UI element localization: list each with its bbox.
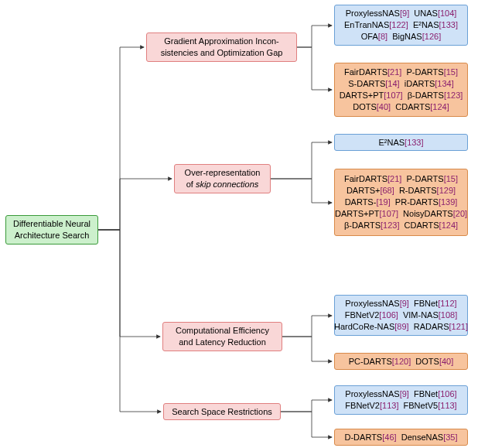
citation-ref: [9] [400,299,409,308]
citation-ref: [106] [438,389,456,398]
citation-ref: [124] [430,102,449,111]
leaf-row: D-DARTS[46] DenseNAS[35] [345,432,458,443]
leaf-row: EnTranNAS[122] E²NAS[133] [344,19,458,31]
leaf-gradient-blue: ProxylessNAS[9] UNAS[104]EnTranNAS[122] … [334,5,468,46]
citation-ref: [122] [389,20,408,29]
cat-grad-l2: sistencies and Optimization Gap [161,47,283,59]
citation-ref: [8] [378,32,387,41]
citation-ref: [9] [400,389,409,398]
citation-ref: [15] [444,174,458,183]
citation-ref: [104] [438,9,456,18]
leaf-row: ProxylessNAS[9] FBNet[106] [345,388,456,400]
citation-ref: [113] [380,401,398,410]
cat-skip-l2b: skip connections [196,180,258,189]
cat-comp-l1: Computational Efficiency [176,325,269,337]
leaf-row: ProxylessNAS[9] FBNet[112] [345,298,456,309]
category-gradient: Gradient Approximation Incon- sistencies… [146,32,297,62]
leaf-comp-orange: PC-DARTS[120] DOTS[40] [334,353,468,370]
citation-ref: [21] [387,174,401,183]
leaf-row: E²NAS[133] [378,137,423,149]
leaf-row: FBNetV2[113] FBNetV5[113] [345,400,456,412]
leaf-row: β-DARTS[123] CDARTS[124] [344,220,458,231]
citation-ref: [129] [437,186,456,195]
leaf-row: FBNetV2[106] VIM-NAS[108] [345,309,458,321]
leaf-row: DARTS-[19] PR-DARTS[139] [345,197,458,208]
citation-ref: [15] [444,67,458,77]
leaf-row: OFA[8] BigNAS[126] [361,31,441,43]
leaf-row: ProxylessNAS[9] UNAS[104] [346,8,457,19]
citation-ref: [123] [444,91,463,100]
citation-ref: [40] [377,102,391,111]
leaf-gradient-orange: FairDARTS[21] P-DARTS[15]S-DARTS[14] iDA… [334,63,468,117]
leaf-comp-blue: ProxylessNAS[9] FBNet[112]FBNetV2[106] V… [334,295,468,336]
category-skip: Over-representation of skip connections [174,164,271,193]
leaf-row: S-DARTS[14] iDARTS[134] [348,78,454,90]
leaf-row: DARTS+PT[107] β-DARTS[123] [340,90,463,101]
cat-skip-l2: of skip connections [186,179,259,190]
citation-ref: [107] [384,91,402,100]
citation-ref: [19] [376,197,390,207]
category-space: Search Space Restrictions [163,403,281,420]
citation-ref: [120] [392,357,411,366]
citation-ref: [106] [379,310,398,320]
citation-ref: [68] [380,186,394,195]
leaf-row: HardCoRe-NAS[89] RADARS[121] [334,321,468,333]
citation-ref: [46] [382,433,396,442]
citation-ref: [89] [394,322,408,331]
root-line2: Architecture Search [15,230,90,241]
cat-skip-l2a: of [186,180,196,189]
citation-ref: [35] [443,433,457,442]
leaf-skip-orange: FairDARTS[21] P-DARTS[15]DARTS+[68] R-DA… [334,169,468,236]
citation-ref: [133] [439,20,458,29]
citation-ref: [20] [453,209,467,218]
citation-ref: [108] [439,310,457,320]
cat-grad-l1: Gradient Approximation Incon- [164,36,279,47]
leaf-row: FairDARTS[21] P-DARTS[15] [344,67,458,78]
cat-comp-l2: and Latency Reduction [179,337,266,348]
category-comp: Computational Efficiency and Latency Red… [162,322,282,351]
citation-ref: [133] [405,138,423,147]
root-line1: Differentiable Neural [13,218,90,230]
citation-ref: [40] [439,357,453,366]
root-node: Differentiable Neural Architecture Searc… [5,215,98,245]
citation-ref: [121] [449,322,468,331]
citation-ref: [126] [422,32,441,41]
citation-ref: [124] [439,221,458,230]
leaf-skip-blue: E²NAS[133] [334,134,468,151]
citation-ref: [107] [380,209,398,218]
cat-space-l1: Search Space Restrictions [172,406,272,418]
citation-ref: [112] [438,299,456,308]
citation-ref: [9] [400,9,409,18]
citation-ref: [14] [385,79,399,88]
leaf-space-blue: ProxylessNAS[9] FBNet[106]FBNetV2[113] F… [334,385,468,415]
leaf-row: PC-DARTS[120] DOTS[40] [349,356,454,368]
leaf-row: FairDARTS[21] P-DARTS[15] [344,173,458,185]
cat-skip-l1: Over-representation [185,167,261,179]
citation-ref: [123] [381,221,399,230]
citation-ref: [113] [438,401,456,410]
leaf-space-orange: D-DARTS[46] DenseNAS[35] [334,429,468,446]
citation-ref: [134] [435,79,453,88]
citation-ref: [21] [387,67,401,77]
leaf-row: DARTS+PT[107] NoisyDARTS[20] [335,208,467,220]
leaf-row: DARTS+[68] R-DARTS[129] [346,185,456,197]
leaf-row: DOTS[40] CDARTS[124] [353,101,449,113]
citation-ref: [139] [439,197,457,207]
